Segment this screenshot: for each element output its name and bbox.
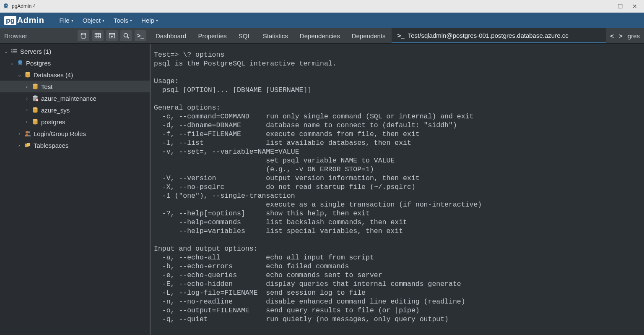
tab-scroll-left[interactable]: < (610, 32, 614, 39)
menu-file[interactable]: File▾ (60, 17, 73, 24)
tab-statistics[interactable]: Statistics (257, 28, 294, 43)
database-icon (31, 107, 39, 113)
expand-toggle-icon[interactable]: › (24, 119, 29, 124)
expand-toggle-icon[interactable]: › (24, 107, 29, 113)
expand-toggle-icon[interactable]: › (24, 96, 29, 101)
psql-prompt-icon: >_ (397, 32, 405, 39)
chevron-down-icon: ▾ (102, 18, 104, 23)
chevron-down-icon: ▾ (156, 18, 158, 23)
login-roles-icon (24, 130, 31, 137)
sidebar-title: Browser (4, 32, 27, 39)
tool-filter-icon[interactable] (106, 30, 118, 41)
svg-point-21 (33, 96, 38, 97)
maximize-button[interactable]: ☐ (618, 3, 623, 10)
svg-point-30 (28, 131, 30, 133)
server-group-icon (10, 48, 18, 54)
tree-tablespaces[interactable]: › Tablespaces (0, 139, 150, 151)
svg-point-28 (33, 119, 38, 121)
tablespaces-icon (24, 142, 31, 148)
content-pane: Dashboard Properties SQL Statistics Depe… (150, 28, 644, 335)
tree-databases[interactable]: ⌄ Databases (4) (0, 69, 150, 81)
psql-terminal[interactable]: Test=> \? options psql is the PostgreSQL… (150, 44, 644, 335)
tab-overflow-hint: gres (628, 32, 640, 39)
window-titlebar: pgAdmin 4 — ☐ ✕ (0, 0, 644, 13)
chevron-down-icon: ▾ (130, 18, 132, 23)
tab-psql-session[interactable]: >_ Test/sqladmin@postgres-001.postgres.d… (392, 28, 606, 43)
object-tree[interactable]: ⌄ Servers (1) ⌄ Postgres ⌄ Databases (4) (0, 44, 150, 335)
browser-sidebar: Browser >_ ⌄ (0, 28, 150, 335)
expand-toggle-icon[interactable]: › (17, 131, 22, 136)
tool-query-icon[interactable] (78, 30, 89, 41)
svg-line-11 (127, 37, 129, 39)
tab-dependents[interactable]: Dependents (346, 28, 392, 43)
tab-sql[interactable]: SQL (233, 28, 257, 43)
tree-db-test[interactable]: › Test (0, 81, 150, 92)
svg-point-15 (12, 51, 13, 52)
tree-db-azure-sys[interactable]: › azure_sys (0, 104, 150, 116)
svg-rect-3 (95, 34, 101, 38)
minimize-button[interactable]: — (602, 3, 608, 10)
tab-properties[interactable]: Properties (192, 28, 232, 43)
tree-login-roles[interactable]: › Login/Group Roles (0, 128, 150, 139)
svg-point-2 (81, 33, 86, 35)
database-icon (31, 83, 39, 90)
database-disconnected-icon (31, 95, 39, 102)
svg-point-26 (33, 107, 38, 109)
tool-grid-icon[interactable] (92, 30, 104, 41)
svg-point-19 (33, 84, 38, 86)
tool-search-icon[interactable] (120, 30, 132, 41)
expand-toggle-icon[interactable]: › (17, 143, 22, 148)
app-menubar: pg Admin File▾ Object▾ Tools▾ Help▾ (0, 13, 644, 28)
svg-point-10 (124, 34, 128, 37)
collapse-toggle-icon[interactable]: ⌄ (9, 60, 14, 66)
chevron-down-icon: ▾ (71, 18, 73, 23)
svg-point-17 (26, 72, 30, 74)
menu-object[interactable]: Object▾ (83, 17, 104, 24)
close-button[interactable]: ✕ (632, 3, 637, 10)
app-logo: pg Admin (4, 16, 44, 25)
tree-servers[interactable]: ⌄ Servers (1) (0, 45, 150, 57)
expand-toggle-icon[interactable]: › (24, 84, 29, 89)
elephant-icon (16, 60, 24, 66)
tab-bar: Dashboard Properties SQL Statistics Depe… (150, 28, 644, 44)
svg-point-14 (12, 49, 13, 50)
tool-psql-icon[interactable]: >_ (135, 30, 146, 41)
tree-db-azure-maintenance[interactable]: › azure_maintenance (0, 92, 150, 104)
menu-tools[interactable]: Tools▾ (114, 17, 132, 24)
tab-scroll-right[interactable]: > (619, 32, 623, 39)
svg-point-1 (6, 5, 7, 6)
database-stack-icon (24, 71, 31, 78)
window-title: pgAdmin 4 (12, 3, 36, 9)
tab-dependencies[interactable]: Dependencies (294, 28, 346, 43)
tree-db-postgres[interactable]: › postgres (0, 116, 150, 128)
collapse-toggle-icon[interactable]: ⌄ (3, 49, 8, 54)
svg-rect-32 (27, 143, 30, 146)
database-icon (31, 118, 39, 125)
svg-point-0 (5, 5, 5, 6)
svg-point-29 (26, 131, 28, 133)
tree-server-postgres[interactable]: ⌄ Postgres (0, 57, 150, 69)
menu-help[interactable]: Help▾ (141, 17, 158, 24)
collapse-toggle-icon[interactable]: ⌄ (17, 72, 22, 78)
app-icon (3, 3, 9, 10)
tab-dashboard[interactable]: Dashboard (150, 28, 192, 43)
